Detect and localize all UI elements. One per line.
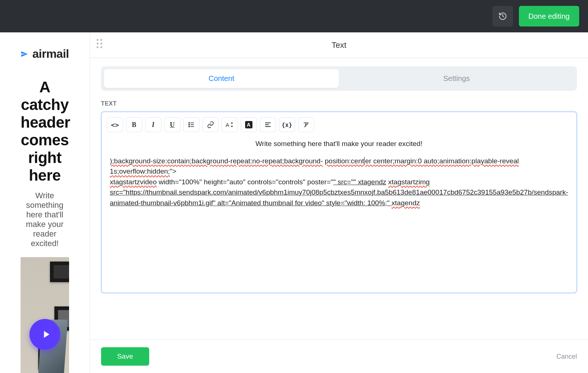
editor-panel: Text Content Settings TEXT <> B I U [90,32,588,373]
play-icon [40,328,52,340]
rte-list-button[interactable] [183,117,200,132]
rich-text-editor: <> B I U A A {x} [101,111,577,293]
panel-header: Text [90,32,588,58]
history-button[interactable] [492,6,513,26]
history-icon [498,12,507,21]
svg-line-14 [304,124,308,127]
rte-bold-button[interactable]: B [126,117,142,132]
done-editing-button[interactable]: Done editing [519,6,579,26]
svg-point-6 [189,122,190,124]
tab-content[interactable]: Content [104,69,339,88]
email-subheading[interactable]: Write something here that'll make your r… [21,191,69,248]
email-preview: airmail A catchy header comes right here… [0,32,90,373]
svg-point-7 [189,124,190,125]
rte-underline-button[interactable]: U [164,117,180,132]
list-icon [188,121,195,128]
clear-format-icon [302,121,310,128]
tab-group: Content Settings [101,66,577,91]
panel-title: Text [90,40,588,50]
rte-link-button[interactable] [202,117,219,132]
drag-handle-icon[interactable] [97,39,102,48]
svg-line-13 [305,123,306,127]
main-split: airmail A catchy header comes right here… [0,32,588,373]
rte-clear-format-button[interactable] [298,117,314,132]
section-label-text: TEXT [101,100,577,107]
play-button-overlay[interactable] [29,319,60,350]
panel-footer: Save Cancel [90,340,588,373]
cancel-link[interactable]: Cancel [556,353,577,360]
video-block[interactable]: #sendspark 0:00 / 0:52 [21,257,69,373]
rte-merge-tag-button[interactable]: {x} [279,117,295,132]
logo-text: airmail [32,47,69,61]
rte-textarea[interactable]: Write something here that'll make your r… [102,136,576,214]
rte-align-button[interactable] [260,117,276,132]
svg-point-8 [189,126,190,127]
rte-fontsize-button[interactable]: A [222,117,238,132]
rte-toolbar: <> B I U A A {x} [102,112,576,136]
save-button[interactable]: Save [101,347,149,366]
tab-settings[interactable]: Settings [339,69,574,88]
video-thumbnail: #sendspark [21,257,69,373]
link-icon [207,121,214,128]
logo: airmail [21,47,69,61]
rte-textcolor-button[interactable]: A [241,117,257,132]
email-headline[interactable]: A catchy header comes right here [21,78,69,184]
rte-code-view-button[interactable]: <> [107,117,123,132]
paper-plane-icon [21,48,28,60]
top-bar: Done editing [0,0,588,32]
align-icon [264,121,272,128]
editor-visible-text: Write something here that'll make your r… [110,139,568,149]
rte-italic-button[interactable]: I [145,117,161,132]
